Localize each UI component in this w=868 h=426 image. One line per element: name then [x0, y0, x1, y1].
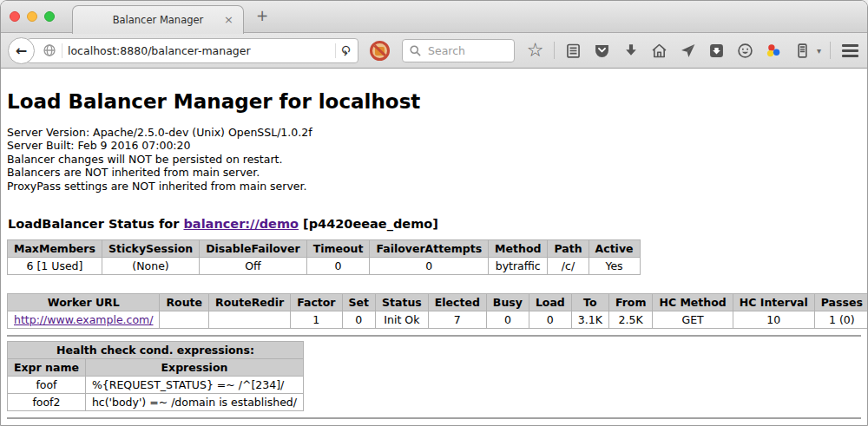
load-cell: 0 [529, 311, 571, 329]
hc-table-title: Health check cond. expressions: [8, 342, 304, 359]
toolbar-divider [554, 42, 555, 59]
search-icon [409, 44, 422, 57]
url-bar[interactable]: localhost:8880/balancer-manager ⟳ [27, 38, 358, 63]
toolbar-icons: ☆ [525, 41, 860, 61]
updates-icon[interactable] [707, 41, 727, 61]
table-row: http://www.example.com/ 1 0 Init Ok 7 0 … [8, 311, 868, 329]
navigation-toolbar: ← localhost:8880/balancer-manager ⟳ [1, 33, 867, 69]
reload-icon[interactable]: ⟳ [340, 45, 353, 56]
zoom-window-button[interactable] [44, 11, 55, 22]
column-header: Passes [814, 294, 867, 311]
column-header: Status [376, 294, 429, 311]
color-dots-icon[interactable] [764, 41, 784, 61]
globe-icon [42, 43, 56, 58]
tab-balancer-manager[interactable]: Balancer Manager × [72, 5, 244, 34]
urlbar-divider [335, 43, 336, 58]
tab-close-icon[interactable]: × [224, 14, 233, 25]
new-tab-button[interactable]: + [256, 9, 268, 23]
section-divider [7, 335, 861, 337]
menu-icon[interactable] [842, 44, 858, 57]
table-header-row: MaxMembers StickySession DisableFailover… [8, 240, 641, 258]
expression-cell: %{REQUEST_STATUS} =~ /^[234]/ [85, 377, 303, 394]
column-header: Worker URL [8, 294, 160, 311]
server-version-line: Server Version: Apache/2.5.0-dev (Unix) … [7, 126, 861, 139]
table-row: foof2 hc('body') =~ /domain is establish… [8, 394, 304, 411]
column-header: HC Interval [733, 294, 814, 311]
to-cell: 3.1K [571, 311, 608, 329]
adblock-icon[interactable] [370, 41, 390, 61]
url-text[interactable]: localhost:8880/balancer-manager [68, 44, 330, 57]
pocket-icon[interactable] [592, 41, 612, 61]
column-header: Load [529, 294, 571, 311]
column-header: FailoverAttempts [370, 240, 489, 258]
column-header: StickySession [102, 240, 199, 258]
column-header: DisableFailover [200, 240, 306, 258]
table-row: foof %{REQUEST_STATUS} =~ /^[234]/ [8, 377, 304, 394]
heading-suffix: [p4420eeae_demo] [299, 217, 438, 231]
column-header: Active [589, 240, 640, 258]
balancer-demo-link[interactable]: balancer://demo [183, 217, 299, 231]
routeredir-cell [209, 311, 291, 329]
expression-cell: hc('body') =~ /domain is established/ [85, 394, 303, 411]
health-check-expressions-table: Health check cond. expressions: Expr nam… [7, 341, 304, 411]
worker-status-table: Worker URL Route RouteRedir Factor Set S… [7, 293, 867, 329]
column-header: HC Method [653, 294, 733, 311]
proxypass-notice-line: ProxyPass settings are NOT inherited fro… [7, 180, 861, 193]
worker-url-cell: http://www.example.com/ [8, 311, 160, 329]
page-content: Load Balancer Manager for localhost Serv… [1, 69, 867, 426]
timeout-cell: 0 [306, 258, 370, 275]
page-title: Load Balancer Manager for localhost [7, 90, 861, 113]
search-input[interactable] [426, 43, 508, 58]
search-bar[interactable] [402, 39, 515, 62]
minimize-window-button[interactable] [27, 11, 37, 22]
feedback-smiley-icon[interactable] [735, 41, 755, 61]
window-titlebar: Balancer Manager × + [1, 1, 867, 33]
container-icon[interactable] [792, 41, 812, 61]
send-to-device-icon[interactable] [678, 41, 698, 61]
hc-method-cell: GET [653, 311, 733, 329]
window-controls [10, 11, 55, 22]
home-icon[interactable] [649, 41, 669, 61]
column-header: RouteRedir [209, 294, 291, 311]
download-icon[interactable] [621, 41, 641, 61]
back-button[interactable]: ← [8, 37, 35, 64]
tab-title: Balancer Manager [113, 14, 204, 26]
column-header: Route [160, 294, 209, 311]
page-bottom-divider [7, 417, 861, 419]
column-header: To [571, 294, 608, 311]
hc-interval-cell: 10 [733, 311, 814, 329]
table-row: 6 [1 Used] (None) Off 0 0 bytraffic /c/ … [8, 258, 641, 275]
path-cell: /c/ [548, 258, 589, 275]
balancer-status-heading: LoadBalancer Status for balancer://demo … [8, 217, 861, 231]
set-cell: 0 [342, 311, 375, 329]
reader-list-icon[interactable] [563, 41, 583, 61]
worker-url-link[interactable]: http://www.example.com/ [14, 313, 153, 326]
column-header: Expression [85, 359, 303, 377]
column-header: Path [548, 240, 589, 258]
expr-name-cell: foof2 [8, 394, 86, 411]
bookmark-star-icon[interactable]: ☆ [525, 41, 545, 61]
column-header: From [608, 294, 653, 311]
toolbar-divider [830, 42, 831, 59]
factor-cell: 1 [291, 311, 342, 329]
column-header: Method [489, 240, 548, 258]
elected-cell: 7 [428, 311, 486, 329]
balancers-notice-line: Balancers are NOT inherited from main se… [7, 166, 861, 179]
from-cell: 2.5K [608, 311, 653, 329]
column-header: MaxMembers [8, 240, 102, 258]
column-header: Set [342, 294, 375, 311]
persist-notice-line: Balancer changes will NOT be persisted o… [7, 153, 861, 166]
stickysession-cell: (None) [102, 258, 199, 275]
server-built-line: Server Built: Feb 9 2016 07:00:20 [7, 139, 861, 152]
column-header: Factor [291, 294, 342, 311]
chevron-down-icon[interactable]: ▾ [817, 46, 821, 56]
maxmembers-cell: 6 [1 Used] [8, 258, 102, 275]
balancer-settings-table: MaxMembers StickySession DisableFailover… [7, 239, 641, 275]
urlbar-divider [62, 43, 62, 58]
method-cell: bytraffic [489, 258, 548, 275]
disablefailover-cell: Off [200, 258, 306, 275]
failoverattempts-cell: 0 [370, 258, 489, 275]
close-window-button[interactable] [10, 11, 20, 22]
table-header-row: Worker URL Route RouteRedir Factor Set S… [8, 294, 868, 311]
table-header-row: Expr name Expression [8, 359, 304, 377]
